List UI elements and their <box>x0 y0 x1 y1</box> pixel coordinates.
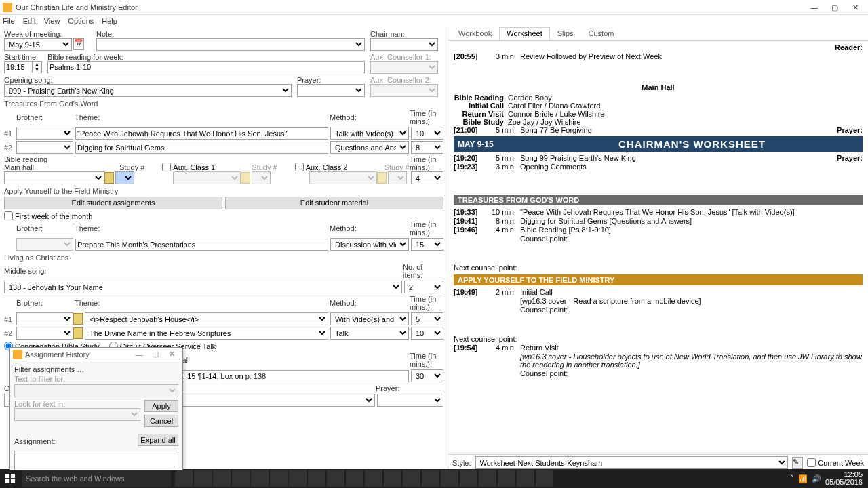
task-icon[interactable] <box>175 470 193 487</box>
assign-label: Return Visit <box>454 110 508 118</box>
tab-worksheet[interactable]: Worksheet <box>499 27 549 40</box>
taskbar-search[interactable]: Search the web and Windows <box>22 470 171 487</box>
swap-icon[interactable] <box>73 313 83 325</box>
cbs-time[interactable]: 30 <box>411 369 443 382</box>
edit-material-button[interactable]: Edit student material <box>225 197 443 209</box>
task-icon[interactable] <box>365 470 382 487</box>
ah-title: Assignment History <box>25 350 131 359</box>
lac1-brother[interactable] <box>16 312 73 325</box>
task-icon[interactable] <box>213 470 231 487</box>
aux2-check[interactable] <box>295 163 304 171</box>
theme-label: Theme: <box>75 113 330 121</box>
task-icon[interactable] <box>384 470 401 487</box>
style-select[interactable]: Worksheet-Next Students-Keynsham <box>475 456 789 469</box>
start-time[interactable] <box>4 61 33 73</box>
bible-reading-week[interactable] <box>47 61 365 73</box>
first-week-check[interactable] <box>4 211 13 220</box>
nitems[interactable]: 2 <box>404 281 443 293</box>
task-icon[interactable] <box>403 470 420 487</box>
task-icon[interactable] <box>498 470 515 487</box>
menu-edit[interactable]: Edit <box>23 17 36 25</box>
opening-song[interactable]: 099 - Praising Earth's New King <box>4 84 292 97</box>
close-button[interactable]: ✕ <box>845 1 865 14</box>
current-week-check[interactable] <box>807 458 816 467</box>
task-icon[interactable] <box>251 470 269 487</box>
menu-view[interactable]: View <box>44 17 60 25</box>
tfgw2-method[interactable]: Questions and Answers <box>330 141 409 154</box>
task-icon[interactable] <box>536 470 553 487</box>
task-icon[interactable] <box>422 470 439 487</box>
tray-network-icon[interactable]: 📶 <box>798 474 808 483</box>
maximize-button[interactable]: ▢ <box>825 1 845 14</box>
tab-custom[interactable]: Custom <box>581 27 622 40</box>
menu-help[interactable]: Help <box>102 17 117 25</box>
task-icon[interactable] <box>270 470 288 487</box>
task-icon[interactable] <box>232 470 250 487</box>
menu-options[interactable]: Options <box>68 17 94 25</box>
tfgw2-brother[interactable] <box>16 141 73 154</box>
ayfm-theme[interactable] <box>75 239 328 251</box>
preview-content[interactable]: Reader: [20:55]3 min.Review Followed by … <box>448 41 868 454</box>
tfgw2-theme[interactable] <box>75 142 328 154</box>
task-icon[interactable] <box>346 470 363 487</box>
cancel-button[interactable]: Cancel <box>144 415 178 427</box>
tfgw1-theme[interactable] <box>75 127 328 140</box>
apply-button[interactable]: Apply <box>144 400 178 412</box>
edit-assignments-button[interactable]: Edit student assignments <box>4 197 222 209</box>
pv-text: Song 99 Praising Earth's New King <box>520 154 837 162</box>
expand-all-button[interactable]: Expand all <box>138 434 178 446</box>
task-icon[interactable] <box>327 470 344 487</box>
spin-up-icon[interactable]: ▲ <box>33 62 41 67</box>
pv-text: [wp16.3 cover - Householder objects to u… <box>520 352 863 369</box>
swap-icon[interactable] <box>73 327 83 339</box>
calendar-icon[interactable]: 📅 <box>73 38 84 50</box>
middle-song[interactable]: 138 - Jehovah Is Your Name <box>4 281 402 293</box>
lac1-theme[interactable]: <i>Respect Jehovah's House</i> <box>85 312 328 325</box>
tab-slips[interactable]: Slips <box>550 27 581 40</box>
ayfm-time[interactable]: 15 <box>411 238 443 251</box>
minimize-button[interactable]: — <box>804 1 825 14</box>
ah-maximize[interactable]: ▢ <box>147 350 163 359</box>
tfgw1-method[interactable]: Talk with Video(s) <box>330 127 409 140</box>
task-icon[interactable] <box>517 470 534 487</box>
person-icon[interactable] <box>104 172 114 184</box>
task-icon[interactable] <box>308 470 326 487</box>
pv-time: [20:55] <box>454 52 488 60</box>
chairman-select[interactable] <box>370 38 438 51</box>
aux1-check[interactable] <box>162 163 171 171</box>
lac2-brother[interactable] <box>16 327 73 340</box>
tfgw1-time[interactable]: 10 <box>411 127 443 140</box>
ah-minimize[interactable]: — <box>131 350 147 359</box>
lac1-time[interactable]: 5 <box>411 312 443 325</box>
lac2-theme[interactable]: The Divine Name in the Hebrew Scriptures <box>85 327 328 340</box>
week-select[interactable]: May 9-15 <box>4 38 72 51</box>
ah-close[interactable]: ✕ <box>163 350 180 359</box>
task-icon[interactable] <box>289 470 307 487</box>
brd-main-study[interactable] <box>115 171 134 184</box>
note-field[interactable] <box>96 38 365 51</box>
ayfm-method[interactable]: Discussion with Video(s) <box>330 238 409 251</box>
menu-file[interactable]: File <box>3 17 15 25</box>
brd-time[interactable]: 4 <box>411 171 443 184</box>
lac2-time[interactable]: 10 <box>411 327 443 340</box>
lac1-method[interactable]: With Video(s) and Interview(s) <box>330 312 409 325</box>
pv-text: Digging for Spiritual Gems [Questions an… <box>520 217 863 225</box>
task-icon[interactable] <box>460 470 477 487</box>
prayer1-select[interactable] <box>297 84 365 97</box>
tfgw1-brother[interactable] <box>16 127 73 140</box>
lac2-method[interactable]: Talk <box>330 327 409 340</box>
tfgw2-time[interactable]: 8 <box>411 141 443 154</box>
prayer2-select[interactable] <box>377 394 443 407</box>
tray-chevron-icon[interactable]: ˄ <box>790 474 794 483</box>
task-icon[interactable] <box>194 470 212 487</box>
style-edit-icon[interactable]: ✎ <box>792 457 803 469</box>
task-icon[interactable] <box>479 470 496 487</box>
assignment-list[interactable] <box>14 451 178 470</box>
spin-down-icon[interactable]: ▼ <box>33 67 41 73</box>
tray-volume-icon[interactable]: 🔊 <box>812 474 821 483</box>
brd-main-student[interactable] <box>4 171 104 184</box>
task-icon[interactable] <box>441 470 458 487</box>
tab-workbook[interactable]: Workbook <box>451 27 499 40</box>
start-button[interactable] <box>0 469 20 488</box>
system-tray[interactable]: ˄ 📶 🔊 12:05 05/05/2016 <box>790 471 868 486</box>
